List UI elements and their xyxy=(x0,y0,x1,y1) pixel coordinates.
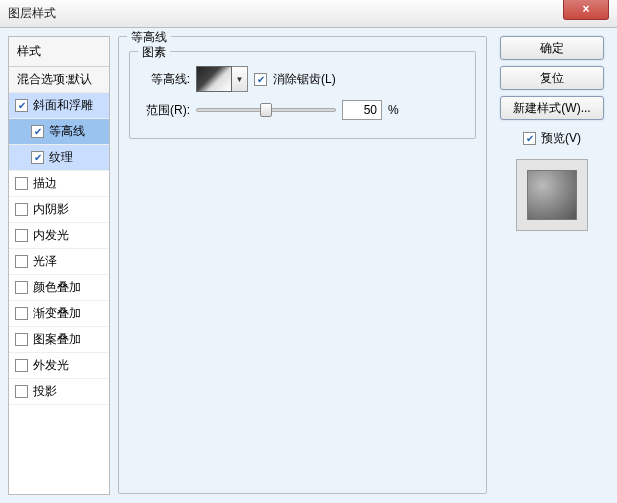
style-label: 斜面和浮雕 xyxy=(33,97,93,114)
cancel-button[interactable]: 复位 xyxy=(500,66,604,90)
blending-options-item[interactable]: 混合选项:默认 xyxy=(9,67,109,93)
style-item-1[interactable]: 等高线 xyxy=(9,119,109,145)
styles-panel: 样式 混合选项:默认 斜面和浮雕等高线纹理描边内阴影内发光光泽颜色叠加渐变叠加图… xyxy=(8,36,110,495)
close-icon: × xyxy=(582,2,589,16)
antialias-label: 消除锯齿(L) xyxy=(273,71,336,88)
style-label: 投影 xyxy=(33,383,57,400)
style-checkbox[interactable] xyxy=(31,151,44,164)
style-item-3[interactable]: 描边 xyxy=(9,171,109,197)
contour-row: 等高线: 消除锯齿(L) xyxy=(140,66,465,92)
style-label: 描边 xyxy=(33,175,57,192)
main-panel: 等高线 图素 等高线: 消除锯齿(L) 范围(R): xyxy=(118,36,487,495)
antialias-checkbox[interactable] xyxy=(254,73,267,86)
range-input[interactable] xyxy=(342,100,382,120)
style-label: 等高线 xyxy=(49,123,85,140)
preview-thumbnail xyxy=(527,170,577,220)
contour-label: 等高线: xyxy=(140,71,190,88)
ok-button[interactable]: 确定 xyxy=(500,36,604,60)
style-item-7[interactable]: 颜色叠加 xyxy=(9,275,109,301)
preview-checkbox[interactable] xyxy=(523,132,536,145)
contour-group: 等高线 图素 等高线: 消除锯齿(L) 范围(R): xyxy=(118,36,487,494)
style-item-10[interactable]: 外发光 xyxy=(9,353,109,379)
style-item-8[interactable]: 渐变叠加 xyxy=(9,301,109,327)
style-label: 外发光 xyxy=(33,357,69,374)
style-checkbox[interactable] xyxy=(15,333,28,346)
chevron-down-icon[interactable] xyxy=(232,66,248,92)
styles-header[interactable]: 样式 xyxy=(9,37,109,67)
style-item-9[interactable]: 图案叠加 xyxy=(9,327,109,353)
blending-label: 混合选项:默认 xyxy=(17,71,92,88)
style-label: 纹理 xyxy=(49,149,73,166)
range-label: 范围(R): xyxy=(140,102,190,119)
style-checkbox[interactable] xyxy=(15,307,28,320)
preview-box xyxy=(516,159,588,231)
style-item-0[interactable]: 斜面和浮雕 xyxy=(9,93,109,119)
window-title: 图层样式 xyxy=(8,5,56,22)
style-label: 图案叠加 xyxy=(33,331,81,348)
style-label: 颜色叠加 xyxy=(33,279,81,296)
style-label: 内阴影 xyxy=(33,201,69,218)
range-slider-thumb[interactable] xyxy=(260,103,272,117)
style-checkbox[interactable] xyxy=(15,99,28,112)
range-unit: % xyxy=(388,103,399,117)
style-label: 光泽 xyxy=(33,253,57,270)
new-style-button[interactable]: 新建样式(W)... xyxy=(500,96,604,120)
range-slider[interactable] xyxy=(196,108,336,112)
dialog-body: 样式 混合选项:默认 斜面和浮雕等高线纹理描边内阴影内发光光泽颜色叠加渐变叠加图… xyxy=(0,28,617,503)
preview-label: 预览(V) xyxy=(541,130,581,147)
style-checkbox[interactable] xyxy=(15,385,28,398)
style-label: 内发光 xyxy=(33,227,69,244)
preview-checkbox-row: 预览(V) xyxy=(523,130,581,147)
style-item-4[interactable]: 内阴影 xyxy=(9,197,109,223)
style-checkbox[interactable] xyxy=(31,125,44,138)
titlebar: 图层样式 × xyxy=(0,0,617,28)
style-checkbox[interactable] xyxy=(15,359,28,372)
close-button[interactable]: × xyxy=(563,0,609,20)
style-checkbox[interactable] xyxy=(15,255,28,268)
right-panel: 确定 复位 新建样式(W)... 预览(V) xyxy=(495,36,609,495)
style-checkbox[interactable] xyxy=(15,177,28,190)
range-row: 范围(R): % xyxy=(140,100,465,120)
contour-swatch xyxy=(196,66,232,92)
style-item-6[interactable]: 光泽 xyxy=(9,249,109,275)
style-checkbox[interactable] xyxy=(15,203,28,216)
style-item-2[interactable]: 纹理 xyxy=(9,145,109,171)
elements-subgroup: 图素 等高线: 消除锯齿(L) 范围(R): % xyxy=(129,51,476,139)
style-item-11[interactable]: 投影 xyxy=(9,379,109,405)
elements-subgroup-label: 图素 xyxy=(138,44,170,61)
style-label: 渐变叠加 xyxy=(33,305,81,322)
style-item-5[interactable]: 内发光 xyxy=(9,223,109,249)
style-checkbox[interactable] xyxy=(15,281,28,294)
contour-picker[interactable] xyxy=(196,66,248,92)
style-checkbox[interactable] xyxy=(15,229,28,242)
